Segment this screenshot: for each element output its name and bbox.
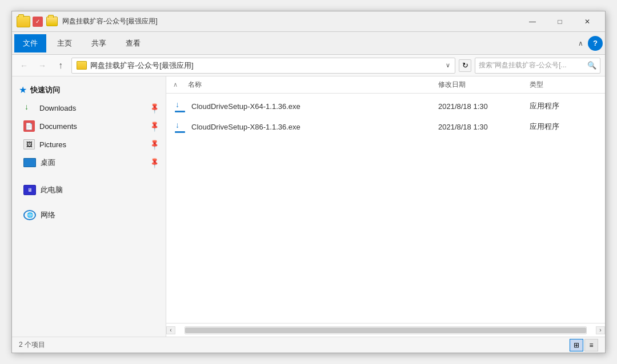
table-row[interactable]: CloudDriveSetup-X86-1.1.36.exe 2021/8/18… <box>166 116 605 137</box>
pin-icon-desktop: 📌 <box>148 156 161 169</box>
sidebar-item-desktop[interactable]: 桌面 📌 <box>12 153 166 172</box>
sidebar-item-desktop-label: 桌面 <box>41 157 55 168</box>
scroll-left-button[interactable]: ‹ <box>166 326 175 334</box>
main-content: ★ 快速访问 Downloads 📌 Documents 📌 🖼 Picture… <box>12 76 605 337</box>
file-name-cell: CloudDriveSetup-X64-1.1.36.exe <box>173 99 438 113</box>
tab-share[interactable]: 共享 <box>83 34 115 52</box>
column-header-type[interactable]: 类型 <box>530 80 598 90</box>
file-list: CloudDriveSetup-X64-1.1.36.exe 2021/8/18… <box>166 94 605 323</box>
search-box[interactable]: 搜索"网盘挂载扩容-公众号[... 🔍 <box>475 58 600 74</box>
this-pc-icon: 🖥 <box>23 185 36 195</box>
h-scroll-track[interactable] <box>185 326 587 334</box>
view-details-button[interactable]: ⊞ <box>570 339 583 351</box>
sidebar-item-this-pc-label: 此电脑 <box>41 185 63 195</box>
file-name-cell: CloudDriveSetup-X86-1.1.36.exe <box>173 120 438 134</box>
window-check-icon: ✓ <box>33 17 43 27</box>
close-button[interactable]: ✕ <box>574 13 600 30</box>
sidebar-item-network[interactable]: 🌐 网络 <box>12 206 166 224</box>
column-header-date[interactable]: 修改日期 <box>438 80 530 90</box>
ribbon-collapse-icon[interactable]: ∧ <box>576 39 586 47</box>
address-field[interactable]: 网盘挂载扩容-公众号[最强应用] ∨ <box>71 58 455 74</box>
address-folder-icon <box>77 61 87 70</box>
column-header-name[interactable]: 名称 <box>188 80 438 90</box>
pictures-icon: 🖼 <box>23 139 35 149</box>
downloads-icon <box>23 103 35 113</box>
download-exe-icon <box>174 100 186 112</box>
window-folder-icon2 <box>46 17 58 26</box>
file-area: ∧ 名称 修改日期 类型 <box>166 76 605 337</box>
scroll-right-button[interactable]: › <box>596 326 605 334</box>
sidebar-item-pictures[interactable]: 🖼 Pictures 📌 <box>12 135 166 153</box>
h-scroll-thumb <box>185 327 586 333</box>
tab-home[interactable]: 主页 <box>49 34 81 52</box>
minimize-button[interactable]: — <box>519 13 546 30</box>
window-folder-icon <box>17 16 30 27</box>
search-icon[interactable]: 🔍 <box>587 61 596 70</box>
up-button[interactable]: ↑ <box>53 58 68 73</box>
status-bar: 2 个项目 ⊞ ≡ <box>12 337 605 353</box>
title-bar: ✓ 网盘挂载扩容-公众号[最强应用] — □ ✕ <box>12 11 605 32</box>
view-toggle-buttons: ⊞ ≡ <box>570 339 598 351</box>
search-placeholder-text: 搜索"网盘挂载扩容-公众号[... <box>479 60 585 70</box>
ribbon: 文件 主页 共享 查看 ∧ ? <box>12 32 605 55</box>
window-title: 网盘挂载扩容-公众号[最强应用] <box>62 17 519 26</box>
refresh-button[interactable]: ↻ <box>459 59 471 72</box>
file-date: 2021/8/18 1:30 <box>438 102 530 111</box>
status-item-count: 2 个项目 <box>19 340 570 350</box>
window-controls: — □ ✕ <box>519 13 600 30</box>
sidebar-item-pictures-label: Pictures <box>39 140 66 149</box>
sidebar-item-this-pc[interactable]: 🖥 此电脑 <box>12 181 166 199</box>
file-name-text: CloudDriveSetup-X64-1.1.36.exe <box>191 102 301 111</box>
address-text: 网盘挂载扩容-公众号[最强应用] <box>90 60 442 71</box>
maximize-button[interactable]: □ <box>547 13 573 30</box>
tab-view[interactable]: 查看 <box>117 34 149 52</box>
quick-access-header[interactable]: ★ 快速访问 <box>12 81 166 99</box>
file-date: 2021/8/18 1:30 <box>438 123 530 131</box>
forward-button[interactable]: → <box>35 58 50 73</box>
pin-icon-pics: 📌 <box>148 138 161 151</box>
quick-access-label: 快速访问 <box>30 85 60 95</box>
sidebar-item-downloads[interactable]: Downloads 📌 <box>12 99 166 117</box>
sidebar-item-documents[interactable]: Documents 📌 <box>12 117 166 135</box>
exe-icon <box>173 99 187 113</box>
sidebar-item-documents-label: Documents <box>39 122 77 131</box>
horizontal-scrollbar: ‹ › <box>166 323 605 337</box>
sidebar-item-downloads-label: Downloads <box>39 104 76 112</box>
pin-icon-docs: 📌 <box>148 120 161 132</box>
file-type: 应用程序 <box>530 122 598 132</box>
address-bar: ← → ↑ 网盘挂载扩容-公众号[最强应用] ∨ ↻ 搜索"网盘挂载扩容-公众号… <box>12 55 605 76</box>
sort-indicator: ∧ <box>173 81 188 88</box>
network-icon: 🌐 <box>23 210 36 220</box>
exe-icon <box>173 120 187 134</box>
sidebar: ★ 快速访问 Downloads 📌 Documents 📌 🖼 Picture… <box>12 76 166 337</box>
download-exe-icon2 <box>174 120 186 133</box>
quick-access-star-icon: ★ <box>19 84 27 95</box>
title-bar-icons: ✓ <box>17 16 58 27</box>
sidebar-item-network-label: 网络 <box>41 210 55 220</box>
address-chevron-icon[interactable]: ∨ <box>446 62 450 69</box>
file-name-text: CloudDriveSetup-X86-1.1.36.exe <box>191 123 301 131</box>
documents-icon <box>23 120 35 132</box>
pin-icon: 📌 <box>148 102 161 114</box>
view-list-button[interactable]: ≡ <box>584 339 598 351</box>
file-list-header: ∧ 名称 修改日期 类型 <box>166 76 605 94</box>
desktop-icon <box>23 158 36 167</box>
help-button[interactable]: ? <box>588 36 603 51</box>
back-button[interactable]: ← <box>17 58 31 73</box>
file-type: 应用程序 <box>530 101 598 111</box>
main-window: ✓ 网盘挂载扩容-公众号[最强应用] — □ ✕ 文件 主页 共享 查看 ∧ ?… <box>11 11 606 353</box>
table-row[interactable]: CloudDriveSetup-X64-1.1.36.exe 2021/8/18… <box>166 96 605 116</box>
tab-file[interactable]: 文件 <box>14 34 46 52</box>
